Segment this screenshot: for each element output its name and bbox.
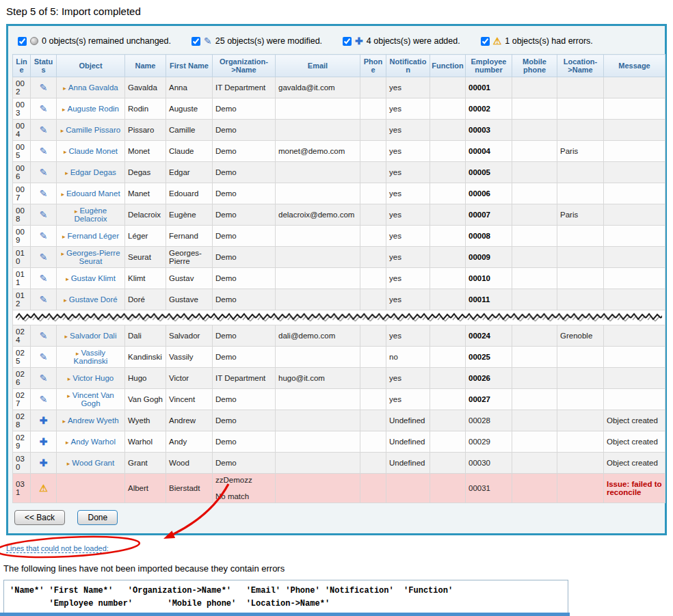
cell-email — [276, 162, 360, 183]
cell-line: 011 — [13, 268, 31, 289]
column-header: First Name — [166, 55, 213, 77]
cell-notification: Undefined — [386, 453, 430, 474]
cell-location — [557, 120, 604, 141]
cell-message — [604, 98, 665, 120]
cell-mobile — [512, 120, 557, 141]
cell-function — [430, 268, 466, 289]
cell-mobile — [512, 98, 557, 120]
table-row: 010✎▸Georges-Pierre SeuratSeuratGeorges-… — [13, 247, 665, 268]
object-link[interactable]: Andy Warhol — [71, 438, 116, 446]
cell-employee: 00007 — [466, 204, 512, 226]
object-link[interactable]: Vassily Kandinski — [74, 349, 108, 365]
cell-status: ✎ — [31, 162, 57, 183]
cell-message — [604, 120, 665, 141]
cell-first_name: Bierstadt — [166, 474, 213, 503]
cell-status: ✎ — [31, 268, 57, 289]
cell-notification: yes — [386, 268, 430, 289]
object-link[interactable]: Wood Grant — [72, 459, 114, 467]
filter-added-checkbox[interactable] — [343, 37, 352, 46]
object-link[interactable]: Edouard Manet — [66, 189, 120, 198]
cell-message: Object created — [604, 431, 665, 453]
cell-status: ✎ — [31, 247, 57, 268]
done-button[interactable]: Done — [77, 510, 118, 525]
cell-employee: 00031 — [466, 474, 512, 503]
object-link[interactable]: Eugène Delacroix — [75, 206, 107, 223]
object-link[interactable]: Victor Hugo — [72, 374, 114, 382]
cell-mobile — [512, 226, 557, 247]
cell-function — [430, 410, 466, 431]
cell-status: ✎ — [31, 77, 57, 98]
cell-phone — [360, 183, 386, 204]
cell-object: ▸Andy Warhol — [57, 431, 125, 453]
cell-name: Monet — [125, 141, 166, 162]
cell-line: 009 — [13, 226, 31, 247]
cell-first_name: Andy — [166, 431, 213, 453]
cell-function — [430, 347, 466, 368]
table-row: 004✎▸Camille PissaroPissaroCamilleDemoye… — [13, 120, 665, 141]
object-link[interactable]: Georges-Pierre Seurat — [66, 249, 120, 265]
cell-email: monet@demo.com — [276, 141, 360, 162]
cell-notification: yes — [386, 141, 430, 162]
cell-status: ✎ — [31, 204, 57, 226]
object-link[interactable]: Claude Monet — [68, 147, 118, 155]
table-row: 009✎▸Fernand LégerLégerFernandDemoyes000… — [13, 226, 665, 247]
horizontal-scrollbar[interactable] — [0, 613, 570, 616]
object-link[interactable]: Camille Pissaro — [66, 126, 120, 134]
cell-employee: 00029 — [466, 431, 512, 453]
cell-message: Issue: failed to reconcile — [604, 474, 665, 503]
cell-object: ▸Victor Hugo — [57, 368, 125, 389]
raw-error-lines-box[interactable]: 'Name*' 'First Name*' 'Organization->Nam… — [3, 580, 568, 616]
object-link[interactable]: Gustav Klimt — [71, 274, 116, 282]
object-link[interactable]: Vincent Van Gogh — [72, 391, 114, 407]
cell-notification: Undefined — [386, 431, 430, 453]
cell-line: 027 — [13, 389, 31, 410]
modified-icon: ✎ — [40, 352, 48, 362]
filter-unchanged-checkbox[interactable] — [18, 37, 27, 46]
filter-modified-checkbox[interactable] — [192, 37, 200, 46]
back-button[interactable]: << Back — [14, 510, 65, 525]
object-arrow-icon: ▸ — [64, 148, 67, 155]
cell-object: ▸Andrew Wyeth — [57, 410, 125, 431]
object-link[interactable]: Auguste Rodin — [68, 105, 119, 113]
cell-object: ▸Vincent Van Gogh — [57, 389, 125, 410]
added-icon: ✚ — [40, 416, 48, 425]
cell-function — [430, 325, 466, 347]
cell-employee: 00026 — [466, 368, 512, 389]
modified-icon: ✎ — [40, 231, 48, 241]
object-link[interactable]: Gustave Doré — [69, 295, 118, 304]
cell-org: Demo — [213, 141, 276, 162]
cell-email — [276, 120, 360, 141]
cell-employee: 00009 — [466, 247, 512, 268]
object-link[interactable]: Andrew Wyeth — [68, 416, 119, 425]
object-link[interactable]: Fernand Léger — [68, 232, 119, 240]
cell-email — [276, 98, 360, 120]
cell-status: ✎ — [31, 325, 57, 347]
object-link[interactable]: Edgar Degas — [70, 168, 116, 176]
lines-not-loaded-link[interactable]: Lines that could not be loaded: — [6, 544, 109, 553]
filter-errors-checkbox[interactable] — [481, 37, 490, 46]
cell-function — [430, 204, 466, 226]
added-icon: ✚ — [40, 437, 48, 446]
cell-line: 029 — [13, 431, 31, 453]
cell-line: 007 — [13, 183, 31, 204]
cell-phone — [360, 289, 386, 310]
table-row: 006✎▸Edgar DegasDegasEdgarDemoyes00005 — [13, 162, 665, 183]
cell-message — [604, 204, 665, 226]
pencil-icon: ✎ — [204, 36, 212, 46]
cell-location — [557, 347, 604, 368]
column-header: Notification — [386, 55, 430, 77]
cell-org: Demo — [213, 247, 276, 268]
cell-mobile — [512, 77, 557, 98]
cell-first_name: Auguste — [166, 98, 213, 120]
table-row: 024✎▸Salvador DaliDaliSalvadorDemodali@d… — [13, 325, 665, 347]
column-header: Message — [604, 55, 665, 77]
cell-org: Demo — [213, 347, 276, 368]
object-arrow-icon: ▸ — [68, 375, 71, 382]
object-link[interactable]: Anna Gavalda — [68, 83, 118, 92]
cell-mobile — [512, 410, 557, 431]
cell-location — [557, 431, 604, 453]
cell-status: ✎ — [31, 226, 57, 247]
object-link[interactable]: Salvador Dali — [70, 332, 116, 340]
cell-mobile — [512, 325, 557, 347]
cell-object: ▸Edgar Degas — [57, 162, 125, 183]
